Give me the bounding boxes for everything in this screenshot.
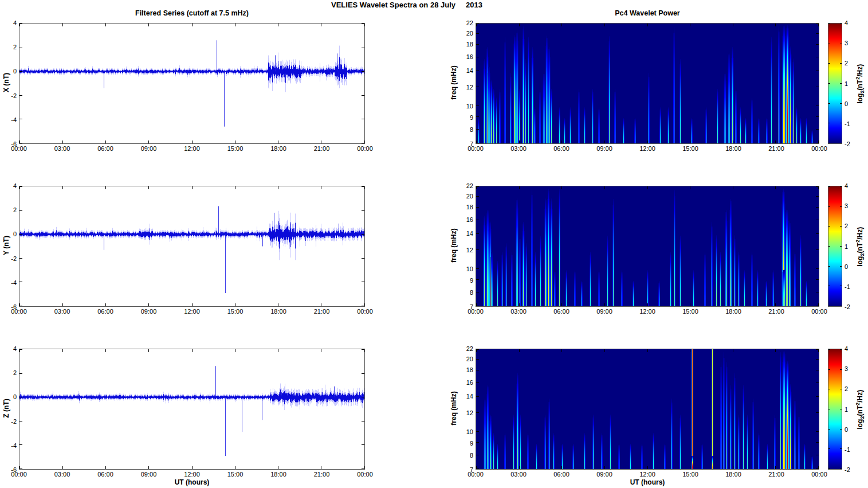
colorbar-label-sub: 2: [859, 416, 865, 419]
tick-label: 21:00: [314, 145, 330, 152]
x-axis-ticks-wavelet-y: 00:0003:0006:0009:0012:0015:0018:0021:00…: [476, 308, 819, 316]
colorbar-label-sup: 2: [855, 77, 861, 80]
tick-label: 06:00: [97, 145, 113, 152]
x-axis-ticks-filtered-y: 00:0003:0006:0009:0012:0015:0018:0021:00…: [19, 308, 365, 316]
tick-label: 18: [466, 366, 473, 373]
tick-label: 1: [845, 80, 848, 87]
tick-label: -2: [11, 418, 17, 425]
tick-label: 4: [845, 19, 848, 26]
tick-label: 21:00: [768, 308, 784, 315]
ylabel-wavelet-z: freq (mHz): [450, 368, 458, 448]
colorbar-label-text: log: [856, 419, 864, 430]
tick-label: 18: [466, 41, 473, 48]
panel-filtered-z: [19, 349, 365, 470]
tick-label: 06:00: [553, 308, 569, 315]
panel-wavelet-y: [476, 186, 819, 307]
tick-label: 22: [466, 19, 473, 26]
panel-wavelet-z: [476, 349, 819, 470]
tick-label: 4: [13, 19, 17, 26]
tick-label: 00:00: [811, 471, 827, 478]
wavelet-x-heatmap: [476, 24, 819, 143]
tick-label: 12:00: [184, 308, 200, 315]
tick-label: 18: [466, 204, 473, 210]
tick-label: 2: [845, 385, 848, 392]
colorbar-label-text: /Hz): [856, 227, 864, 240]
tick-label: 09:00: [596, 308, 612, 315]
tick-label: 00:00: [468, 308, 484, 315]
tick-label: 9: [470, 277, 473, 284]
tick-label: 15:00: [682, 145, 698, 152]
tick-label: 15:00: [227, 471, 243, 478]
colorbar-label-sub: 2: [859, 91, 865, 93]
tick-label: -4: [11, 442, 17, 449]
tick-label: 22: [466, 345, 473, 352]
tick-label: -4: [11, 116, 17, 123]
tick-label: 8: [470, 452, 473, 459]
tick-label: -2: [11, 255, 17, 262]
x-axis-ticks-wavelet-z: 00:0003:0006:0009:0012:0015:0018:0021:00…: [476, 471, 819, 479]
filtered-y-plot: [19, 186, 364, 306]
tick-label: 22: [466, 182, 473, 189]
tick-label: 03:00: [54, 471, 70, 478]
tick-label: 0: [845, 426, 848, 433]
tick-label: 3: [845, 202, 848, 209]
wavelet-z-heatmap: [476, 349, 819, 469]
tick-label: -1: [845, 120, 850, 127]
tick-label: 9: [470, 440, 473, 447]
tick-label: 10: [466, 428, 473, 435]
tick-label: 09:00: [141, 145, 157, 152]
tick-label: 0: [845, 263, 848, 270]
tick-label: 03:00: [54, 145, 70, 152]
right-column-title: Pc4 Wavelet Power: [476, 9, 819, 17]
tick-label: 0: [845, 100, 848, 107]
tick-label: 8: [470, 289, 473, 296]
tick-label: 15:00: [227, 308, 243, 315]
x-axis-ticks-filtered-x: 00:0003:0006:0009:0012:0015:0018:0021:00…: [19, 145, 365, 153]
ylabel-wavelet-x: freq (mHz): [450, 42, 458, 123]
tick-label: 09:00: [596, 145, 612, 152]
tick-label: 20: [466, 30, 473, 37]
colorbar-label-z: log2(nT2/Hz): [855, 375, 865, 444]
tick-label: 03:00: [510, 308, 527, 315]
ylabel-filtered-x: X (nT): [2, 42, 10, 123]
panel-filtered-y: [19, 186, 365, 307]
colorbar-label-text: (nT: [856, 80, 864, 91]
tick-label: 06:00: [553, 145, 569, 152]
tick-label: 1: [845, 243, 848, 250]
tick-label: 03:00: [510, 145, 527, 152]
wavelet-y-heatmap: [476, 186, 819, 306]
tick-label: 00:00: [811, 308, 827, 315]
tick-label: 12:00: [639, 471, 655, 478]
tick-label: 0: [13, 393, 17, 400]
tick-label: 06:00: [97, 308, 113, 315]
colorbar-label-sup: 2: [855, 403, 861, 405]
tick-label: 00:00: [11, 471, 27, 478]
tick-label: 2: [13, 44, 17, 50]
colorbar-label-sub: 2: [859, 253, 865, 256]
tick-label: 00:00: [811, 145, 827, 152]
tick-label: 18:00: [725, 145, 741, 152]
left-column-title: Filtered Series (cutoff at 7.5 mHz): [19, 9, 365, 17]
colorbar-label-x: log2(nT2/Hz): [855, 49, 865, 118]
colorbar-label-text: (nT: [856, 405, 864, 416]
colorbar-y-gradient: [828, 186, 842, 306]
tick-label: 00:00: [468, 471, 484, 478]
tick-label: 09:00: [596, 471, 612, 478]
ylabel-filtered-z: Z (nT): [2, 368, 10, 448]
tick-label: 12: [466, 409, 473, 416]
tick-label: 12:00: [184, 471, 200, 478]
xlabel-right: UT (hours): [476, 478, 819, 486]
tick-label: 3: [845, 40, 848, 46]
tick-label: 16: [466, 216, 473, 223]
tick-label: -1: [845, 283, 850, 290]
x-axis-ticks-wavelet-x: 00:0003:0006:0009:0012:0015:0018:0021:00…: [476, 145, 819, 153]
tick-label: 8: [470, 126, 473, 133]
tick-label: 2: [845, 60, 848, 67]
colorbar-label-text: /Hz): [856, 64, 864, 77]
tick-label: -2: [11, 92, 17, 99]
tick-label: 4: [845, 345, 848, 352]
tick-label: 0: [13, 68, 17, 75]
tick-label: 18:00: [725, 471, 741, 478]
tick-label: 15:00: [227, 145, 243, 152]
tick-label: 18:00: [270, 471, 286, 478]
